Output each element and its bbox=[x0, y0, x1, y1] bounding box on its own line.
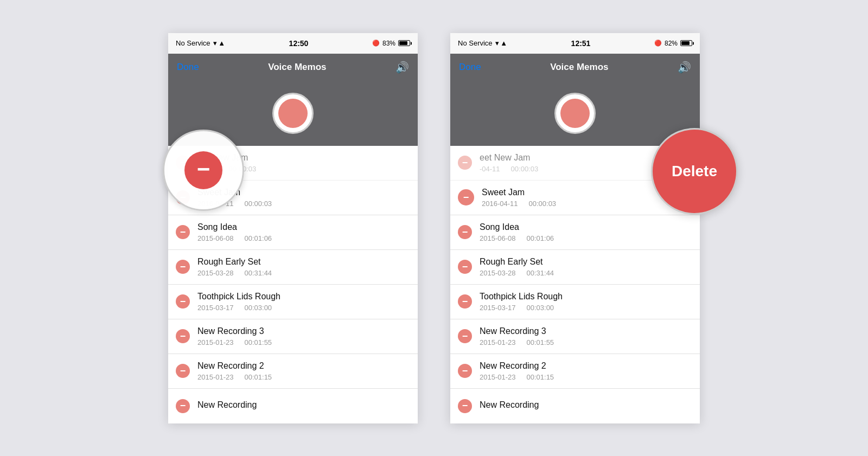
memo-duration-6: 00:01:15 bbox=[245, 373, 272, 381]
right-memo-date-2: 2015-06-08 bbox=[480, 234, 516, 242]
right-record-inner bbox=[560, 99, 590, 128]
right-minus-btn-3[interactable]: − bbox=[458, 260, 472, 274]
right-memo-duration-3: 00:31:44 bbox=[527, 269, 554, 277]
right-minus-btn-4[interactable]: − bbox=[458, 294, 472, 309]
right-memo-name-7: New Recording bbox=[480, 400, 692, 410]
left-overlay-circle[interactable]: − bbox=[163, 130, 244, 211]
left-status-bar: No Service ▾ ▲ 12:50 🔴 83% bbox=[168, 33, 418, 54]
right-memo-duration-4: 00:03:00 bbox=[527, 304, 554, 312]
right-memo-name-4: Toothpick Lids Rough bbox=[480, 292, 692, 301]
list-item[interactable]: − Song Idea 2015-06-08 00:01:06 bbox=[450, 215, 700, 250]
right-memo-duration-0: 00:00:03 bbox=[511, 165, 539, 173]
right-carrier: No Service bbox=[458, 39, 493, 47]
memo-name-3: Rough Early Set bbox=[197, 257, 410, 267]
right-memo-duration-1: 00:00:03 bbox=[529, 200, 557, 208]
memo-date-5: 2015-01-23 bbox=[197, 338, 234, 346]
left-speaker-icon: 🔊 bbox=[395, 61, 409, 74]
left-overlay-minus[interactable]: − bbox=[184, 151, 222, 189]
right-memo-date-6: 2015-01-23 bbox=[480, 373, 516, 381]
right-phone-screen: No Service ▾ ▲ 12:51 🔴 82% Done Voice Me… bbox=[450, 33, 700, 423]
left-record-inner bbox=[278, 99, 308, 128]
right-bt-icon: 🔴 bbox=[654, 40, 662, 47]
memo-date-2: 2015-06-08 bbox=[197, 234, 234, 242]
memo-name-5: New Recording 3 bbox=[197, 326, 410, 336]
right-nav-bar: Done Voice Memos 🔊 bbox=[450, 54, 700, 81]
right-battery-pct: 82% bbox=[665, 40, 678, 47]
left-minus-btn-7[interactable]: − bbox=[176, 399, 190, 413]
left-battery-pct: 83% bbox=[382, 40, 395, 47]
right-memo-date-1: 2016-04-11 bbox=[482, 200, 518, 208]
list-item[interactable]: − Toothpick Lids Rough 2015-03-17 00:03:… bbox=[168, 285, 418, 319]
right-minus-btn-2[interactable]: − bbox=[458, 225, 472, 239]
left-minus-btn-2[interactable]: − bbox=[176, 225, 190, 239]
right-memo-name-2: Song Idea bbox=[480, 222, 692, 232]
right-status-left: No Service ▾ ▲ bbox=[458, 39, 507, 47]
right-minus-btn-5[interactable]: − bbox=[458, 329, 472, 343]
left-wifi-icon: ▾ ▲ bbox=[213, 39, 225, 47]
left-time: 12:50 bbox=[289, 39, 309, 48]
right-battery-bar bbox=[680, 40, 692, 46]
list-item[interactable]: − New Recording 2 2015-01-23 00:01:15 bbox=[450, 354, 700, 389]
memo-date-4: 2015-03-17 bbox=[197, 304, 234, 312]
left-minus-btn-6[interactable]: − bbox=[176, 364, 190, 378]
left-bt-icon: 🔴 bbox=[372, 40, 380, 47]
right-memo-name-6: New Recording 2 bbox=[480, 361, 692, 371]
right-wifi-icon: ▾ ▲ bbox=[495, 39, 507, 47]
memo-duration-4: 00:03:00 bbox=[245, 304, 272, 312]
list-item[interactable]: − Toothpick Lids Rough 2015-03-17 00:03:… bbox=[450, 285, 700, 319]
right-memo-duration-6: 00:01:15 bbox=[527, 373, 554, 381]
right-minus-btn-0[interactable]: − bbox=[458, 156, 472, 170]
left-phone-screen: No Service ▾ ▲ 12:50 🔴 83% Done Voice Me… bbox=[168, 33, 418, 423]
right-time: 12:51 bbox=[571, 39, 591, 48]
left-record-button[interactable] bbox=[272, 93, 314, 134]
right-memo-name-5: New Recording 3 bbox=[480, 326, 692, 336]
memo-duration-2: 00:01:06 bbox=[245, 234, 272, 242]
left-minus-btn-4[interactable]: − bbox=[176, 294, 190, 309]
right-minus-btn-6[interactable]: − bbox=[458, 364, 472, 378]
memo-date-6: 2015-01-23 bbox=[197, 373, 234, 381]
left-nav-bar: Done Voice Memos 🔊 bbox=[168, 54, 418, 81]
right-nav-title: Voice Memos bbox=[550, 62, 608, 73]
list-item[interactable]: − New Recording 3 2015-01-23 00:01:55 bbox=[450, 319, 700, 354]
list-item[interactable]: − Rough Early Set 2015-03-28 00:31:44 bbox=[450, 250, 700, 285]
right-delete-button[interactable]: Delete bbox=[651, 128, 738, 215]
right-minus-btn-7[interactable]: − bbox=[458, 399, 472, 413]
right-status-right: 🔴 82% bbox=[654, 40, 692, 47]
left-done-button[interactable]: Done bbox=[177, 62, 199, 73]
left-nav-title: Voice Memos bbox=[268, 62, 326, 73]
list-item[interactable]: − Song Idea 2015-06-08 00:01:06 bbox=[168, 215, 418, 250]
left-minus-btn-5[interactable]: − bbox=[176, 329, 190, 343]
right-memo-date-3: 2015-03-28 bbox=[480, 269, 516, 277]
list-item[interactable]: − New Recording 2 2015-01-23 00:01:15 bbox=[168, 354, 418, 389]
left-carrier: No Service bbox=[176, 39, 210, 47]
list-item[interactable]: − Rough Early Set 2015-03-28 00:31:44 bbox=[168, 250, 418, 285]
right-done-button[interactable]: Done bbox=[459, 62, 481, 73]
memo-name-6: New Recording 2 bbox=[197, 361, 410, 371]
right-speaker-icon: 🔊 bbox=[678, 61, 691, 74]
right-memo-date-4: 2015-03-17 bbox=[480, 304, 516, 312]
screenshots-container: No Service ▾ ▲ 12:50 🔴 83% Done Voice Me… bbox=[168, 33, 700, 423]
right-minus-btn-1[interactable]: − bbox=[458, 189, 474, 205]
memo-duration-3: 00:31:44 bbox=[245, 269, 272, 277]
right-memo-date-0: -04-11 bbox=[480, 165, 500, 173]
memo-name-7: New Recording bbox=[197, 400, 410, 410]
right-memo-name-3: Rough Early Set bbox=[480, 257, 692, 267]
right-memo-duration-5: 00:01:55 bbox=[527, 338, 554, 346]
left-minus-btn-3[interactable]: − bbox=[176, 260, 190, 274]
list-item[interactable]: − New Recording 3 2015-01-23 00:01:55 bbox=[168, 319, 418, 354]
memo-date-3: 2015-03-28 bbox=[197, 269, 234, 277]
list-item[interactable]: − New Recording bbox=[168, 389, 418, 423]
left-status-left: No Service ▾ ▲ bbox=[176, 39, 225, 47]
right-record-button[interactable] bbox=[554, 93, 596, 134]
right-record-area bbox=[450, 81, 700, 146]
list-item[interactable]: − New Recording bbox=[450, 389, 700, 423]
delete-label: Delete bbox=[672, 163, 717, 180]
memo-name-2: Song Idea bbox=[197, 222, 410, 232]
left-battery-bar bbox=[398, 40, 410, 46]
memo-name-4: Toothpick Lids Rough bbox=[197, 292, 410, 301]
memo-duration-5: 00:01:55 bbox=[245, 338, 272, 346]
right-status-bar: No Service ▾ ▲ 12:51 🔴 82% bbox=[450, 33, 700, 54]
right-memo-duration-2: 00:01:06 bbox=[527, 234, 554, 242]
left-status-right: 🔴 83% bbox=[372, 40, 410, 47]
right-memo-date-5: 2015-01-23 bbox=[480, 338, 516, 346]
